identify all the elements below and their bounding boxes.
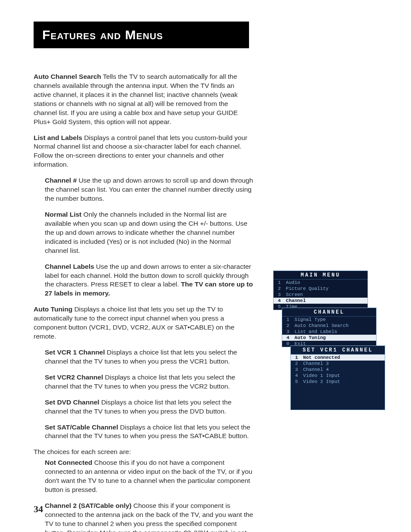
para-list-and-labels: List and Labels Displays a control panel… [34,134,253,170]
para-auto-tuning: Auto Tuning Displays a choice list that … [34,305,253,341]
para-set-dvd: Set DVD Channel Displays a choice list t… [45,398,253,416]
osd-set-vcr1-menu: SET VCR1 CHANNEL 1 Not connected2 Channe… [290,345,385,410]
term: Auto Tuning [34,305,72,313]
osd-item: 2 Picture Quality [274,286,367,292]
term: Channel Labels [45,263,94,270]
osd-item: 4 Channel [274,298,367,304]
term: Normal List [45,211,81,218]
term: Set DVD Channel [45,398,100,406]
term: Set VCR2 Channel [45,373,103,381]
para-choices-lead: The choices for each screen are: [34,448,253,457]
para-normal-list: Normal List Only the channels included i… [45,210,253,255]
osd-item: 5 Video 2 Input [291,379,385,385]
osd-item: 3 List and Labels [282,329,376,335]
osd-main-menu: MAIN MENU 1 Audio2 Picture Quality3 Scre… [273,271,368,310]
osd-item: 4 Auto Tuning [282,335,376,341]
osd-items: 1 Not connected2 Channel 33 Channel 44 V… [291,355,385,385]
osd-item: 1 Not connected [291,355,385,361]
menu-screenshots-column: MAIN MENU 1 Audio2 Picture Quality3 Scre… [265,72,385,271]
term: Channel # [45,177,77,184]
page-number: 34 [34,504,43,515]
para-not-connected: Not Connected Choose this if you do not … [45,458,253,495]
section-banner: Features and Menus [34,22,249,48]
para-set-vcr1: Set VCR 1 Channel Displays a choice list… [45,348,253,366]
osd-title: SET VCR1 CHANNEL [291,346,385,355]
para-channel-labels: Channel Labels Use the up and down arrow… [45,262,253,299]
osd-items: 1 Audio2 Picture Quality3 Screen4 Channe… [274,280,367,310]
osd-item: 3 Screen [274,292,367,298]
term: List and Labels [34,134,82,141]
manual-page: Features and Menus Auto Channel Search T… [0,0,411,532]
osd-item: 1 Signal Type [282,317,376,323]
osd-item: 3 Channel 4 [291,367,385,373]
term: Auto Channel Search [34,73,101,80]
term: Set VCR 1 Channel [45,348,105,356]
para-set-sat: Set SAT/Cable Channel Displays a choice … [45,423,253,441]
term: Set SAT/Cable Channel [45,423,118,431]
osd-item: 4 Video 1 Input [291,373,385,379]
osd-item: 1 Audio [274,280,367,286]
osd-title: CHANNEL [282,308,376,317]
para-channel-number: Channel # Use the up and down arrows to … [45,176,253,203]
para-set-vcr2: Set VCR2 Channel Displays a choice list … [45,373,253,391]
osd-title: MAIN MENU [274,271,367,280]
term: Not Connected [45,459,92,466]
para-body: Tells the TV to search automatically for… [34,73,238,125]
osd-channel-menu: CHANNEL 1 Signal Type2 Auto Channel Sear… [282,308,377,347]
two-column-layout: Auto Channel Search Tells the TV to sear… [34,72,385,532]
para-channel-2: Channel 2 (SAT/Cable only) Choose this i… [45,501,253,532]
term: Channel 2 (SAT/Cable only) [45,502,131,509]
osd-items: 1 Signal Type2 Auto Channel Search3 List… [282,317,376,347]
para-auto-channel-search: Auto Channel Search Tells the TV to sear… [34,72,253,127]
osd-item: 2 Auto Channel Search [282,323,376,329]
osd-item: 2 Channel 3 [291,361,385,367]
body-text-column: Auto Channel Search Tells the TV to sear… [34,72,253,532]
